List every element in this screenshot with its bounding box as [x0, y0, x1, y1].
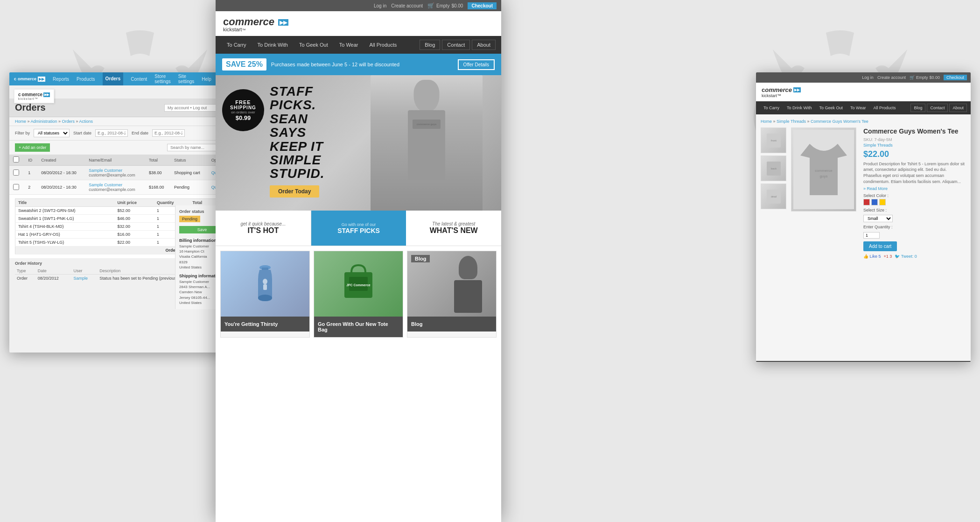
nav-to-geek-out[interactable]: To Geek Out [294, 36, 334, 54]
card-bottle-image [221, 251, 309, 317]
product-card-bag[interactable]: JFC Commerce Go Green With Our New Tote … [314, 251, 403, 338]
right-nav-blog-btn[interactable]: Blog [910, 104, 925, 112]
thumbnail-2[interactable]: back [761, 155, 786, 181]
create-account-link[interactable]: Create account [391, 3, 423, 8]
admin-nav-store-settings[interactable]: Store settings [154, 74, 170, 84]
start-date-label: Start date [73, 131, 91, 135]
select-all-checkbox[interactable] [13, 156, 19, 162]
row-1-created: 08/20/2012 - 16:30 [37, 166, 85, 180]
row-1-customer-link[interactable]: Sample Customer [89, 168, 122, 173]
admin-nav-site-settings[interactable]: Site settings [178, 74, 194, 84]
product-card-blog[interactable]: Blog Blog [407, 251, 497, 338]
right-breadcrumb-home[interactable]: Home [761, 119, 772, 124]
nav-to-wear[interactable]: To Wear [334, 36, 364, 54]
staff-picks-banner[interactable]: Go with one of our STAFF PICKS [311, 211, 406, 246]
admin-nav-help[interactable]: Help [202, 77, 211, 82]
fb-like-btn[interactable]: 👍 Like 5 [863, 254, 881, 259]
row-2-checkbox[interactable] [13, 184, 19, 190]
checkout-button[interactable]: Checkout [468, 2, 497, 9]
g-plus-btn[interactable]: +1 3 [884, 254, 892, 259]
nav-to-carry[interactable]: To Carry [221, 36, 252, 54]
tweet-btn[interactable]: 🐦 Tweet: 0 [895, 254, 917, 259]
login-link[interactable]: Log in [374, 3, 386, 8]
nav-about-btn[interactable]: About [472, 40, 496, 50]
right-nav-carry[interactable]: To Carry [760, 101, 783, 114]
svg-text:detail: detail [771, 195, 777, 198]
nav-all-products[interactable]: All Products [364, 36, 403, 54]
end-date-input[interactable] [152, 129, 185, 137]
admin-nav-orders[interactable]: Orders [103, 72, 124, 85]
end-date-label: End date [132, 131, 148, 135]
promo-offer-btn[interactable]: Offer Details [458, 59, 495, 70]
search-orders-input[interactable] [167, 144, 223, 151]
svg-rect-1 [262, 268, 268, 270]
hist-user-link[interactable]: Sample [74, 276, 88, 281]
thumbnail-1[interactable]: front [761, 127, 786, 153]
right-checkout-btn[interactable]: Checkout [944, 75, 967, 80]
quantity-input[interactable] [863, 232, 880, 239]
nav-contact-btn[interactable]: Contact [442, 40, 470, 50]
admin-breadcrumb-orders[interactable]: Orders [62, 119, 75, 124]
size-select[interactable]: Small Medium Large [863, 215, 893, 222]
right-login-link[interactable]: Log in [862, 75, 874, 80]
swatch-blue[interactable] [871, 199, 878, 205]
row-2-customer-link[interactable]: Sample Customer [89, 183, 122, 187]
start-date-input[interactable] [95, 129, 128, 137]
right-nav-drink[interactable]: To Drink With [783, 101, 816, 114]
hot-category-banner[interactable]: get it quick because... IT'S HOT [216, 211, 311, 246]
promo-description: Purchases made between June 5 - 12 will … [271, 62, 453, 67]
hero-section: FREE SHIPPING on orders over $0.99 STAFF… [216, 75, 501, 211]
badge-on-text: on orders over [231, 110, 255, 114]
right-main-nav: To Carry To Drink With To Geek Out To We… [756, 101, 971, 114]
admin-breadcrumb-admin[interactable]: Administration [31, 119, 57, 124]
social-sharing-row: 👍 Like 5 +1 3 🐦 Tweet: 0 [863, 254, 966, 259]
item-4-unit: $16.00 [114, 231, 154, 239]
whats-new-main: WHAT'S NEW [430, 226, 478, 235]
swatch-red[interactable] [863, 199, 870, 205]
hero-text-block: STAFF PICKS. SEAN SAYS KEEP IT SIMPLE ST… [270, 85, 324, 198]
row-1-id: 1 [24, 166, 37, 180]
status-filter-select[interactable]: All statuses [34, 129, 70, 137]
row-1-checkbox[interactable] [13, 169, 19, 176]
order-today-button[interactable]: Order Today [270, 185, 319, 198]
right-logo-kickstart: kickstart™ [762, 93, 965, 98]
admin-overlay-sub: kickstart™ [18, 97, 50, 100]
admin-nav-products[interactable]: Products [77, 77, 95, 82]
logo: commerce ▶▶ kickstart™ [223, 17, 288, 32]
right-nav-all[interactable]: All Products [869, 101, 899, 114]
whats-new-banner[interactable]: The latest & greatest WHAT'S NEW [406, 211, 501, 246]
right-logo-text: commerce [762, 86, 792, 93]
right-nav-geek[interactable]: To Geek Out [816, 101, 847, 114]
admin-breadcrumb-home[interactable]: Home [15, 119, 26, 124]
admin-nav-content[interactable]: Content [131, 77, 147, 82]
thumb-3-img: detail [761, 184, 786, 209]
row-2-name: Sample Customer customer@example.com [85, 180, 145, 195]
nav-blog-btn[interactable]: Blog [420, 40, 440, 50]
right-nav-contact-btn[interactable]: Contact [927, 104, 948, 112]
admin-nav-reports[interactable]: Reports [53, 77, 69, 82]
product-card-bottle[interactable]: You're Getting Thirsty [220, 251, 310, 338]
right-create-link[interactable]: Create account [877, 75, 906, 80]
admin-breadcrumb-actions: Actions [79, 119, 93, 124]
detail-col-title: Title [15, 199, 115, 207]
product-cards-row: You're Getting Thirsty JFC Commerce [216, 246, 501, 342]
add-to-cart-button[interactable]: Add to cart [863, 241, 897, 251]
table-row: 1 08/20/2012 - 16:30 Sample Customer cus… [9, 166, 229, 180]
swatch-yellow[interactable] [879, 199, 886, 205]
admin-search-input[interactable] [164, 104, 223, 112]
row-2-id: 2 [24, 180, 37, 195]
right-breadcrumb-simple-threads[interactable]: Simple Threads [777, 119, 806, 124]
admin-breadcrumb: Home » Administration » Orders » Actions [9, 117, 229, 126]
product-vendor-link[interactable]: Simple Threads [863, 143, 966, 148]
status-badge: Pending [179, 216, 200, 222]
nav-to-drink-with[interactable]: To Drink With [252, 36, 294, 54]
filter-by-label: Filter by [15, 131, 30, 135]
thumb-1-img: front [761, 128, 786, 153]
thumbnail-3[interactable]: detail [761, 183, 786, 209]
add-order-button[interactable]: + Add an order [15, 143, 50, 152]
hot-main: IT'S HOT [247, 226, 279, 235]
right-nav-wear[interactable]: To Wear [847, 101, 869, 114]
read-more-link[interactable]: » Read More [863, 186, 966, 191]
right-nav-about-btn[interactable]: About [949, 104, 967, 112]
orders-table: ID Created Name/Email Total Status Ope..… [9, 155, 229, 195]
